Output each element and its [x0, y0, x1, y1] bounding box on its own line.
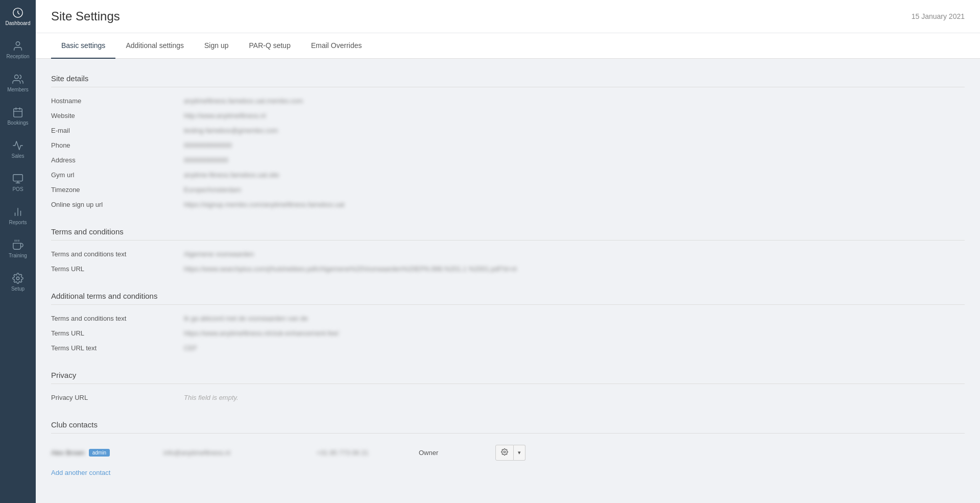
value-phone: 0000000000000	[184, 141, 232, 149]
sidebar-item-sales[interactable]: Sales	[0, 133, 36, 166]
svg-point-2	[15, 75, 18, 79]
value-terms-url: https://www.searchplus.com/j/hulshebbes.…	[184, 265, 517, 273]
field-address: Address 000000000000	[51, 153, 965, 167]
sales-icon	[12, 140, 23, 151]
sidebar-label-sales: Sales	[11, 153, 24, 159]
section-additional-terms: Additional terms and conditions Terms an…	[51, 292, 965, 355]
reception-icon	[12, 40, 23, 52]
label-hostname: Hostname	[51, 97, 184, 105]
value-website: http://www.anytimefitness.nl	[184, 112, 266, 119]
tabs-bar: Basic settings Additional settings Sign …	[36, 33, 980, 59]
label-website: Website	[51, 112, 184, 119]
sidebar-label-reports: Reports	[9, 220, 27, 225]
contact-email: info@anytimefitness.nl	[163, 449, 317, 457]
topbar: Site Settings 15 January 2021	[36, 0, 980, 33]
label-additional-terms-text: Terms and conditions text	[51, 315, 184, 322]
value-signup-url: https://signup.membo.com/anytimefitness.…	[184, 201, 344, 208]
tab-additional[interactable]: Additional settings	[115, 33, 194, 59]
value-terms-text: Algemene voorwaarden	[184, 250, 254, 258]
section-title-additional-terms: Additional terms and conditions	[51, 292, 965, 305]
reports-icon	[12, 206, 23, 218]
tab-signup[interactable]: Sign up	[194, 33, 238, 59]
value-additional-terms-url: https://www.anytimefitness.nl/club-enhan…	[184, 329, 339, 337]
contact-name-text: Alex Brown	[51, 449, 85, 457]
label-timezone: Timezone	[51, 186, 184, 194]
sidebar-item-reception[interactable]: Reception	[0, 33, 36, 66]
tab-basic[interactable]: Basic settings	[51, 33, 115, 59]
value-gym-url: anytime-fitness.famebox.uat.site	[184, 171, 279, 179]
setup-icon	[12, 273, 23, 284]
gear-icon	[501, 448, 508, 456]
sidebar-item-dashboard[interactable]: Dashboard	[0, 0, 36, 33]
label-gym-url: Gym url	[51, 171, 184, 179]
field-timezone: Timezone Europe/Amsterdam	[51, 182, 965, 197]
sidebar-label-pos: POS	[12, 186, 23, 192]
value-email: testing-famebox@gmembo.com	[184, 127, 278, 134]
sidebar: Dashboard Reception Members Bookings Sal…	[0, 0, 36, 503]
svg-rect-3	[14, 109, 22, 117]
label-additional-terms-url-text: Terms URL text	[51, 344, 184, 352]
field-additional-terms-url-text: Terms URL text CEF	[51, 341, 965, 355]
field-gym-url: Gym url anytime-fitness.famebox.uat.site	[51, 167, 965, 182]
label-terms-url: Terms URL	[51, 265, 184, 273]
dashboard-icon	[12, 7, 23, 18]
svg-point-16	[16, 277, 19, 280]
field-phone: Phone 0000000000000	[51, 138, 965, 153]
value-timezone: Europe/Amsterdam	[184, 186, 241, 194]
sidebar-label-setup: Setup	[11, 286, 25, 292]
sidebar-item-members[interactable]: Members	[0, 66, 36, 100]
sidebar-label-bookings: Bookings	[7, 120, 28, 126]
value-additional-terms-url-text: CEF	[184, 344, 197, 352]
section-terms: Terms and conditions Terms and condition…	[51, 227, 965, 276]
sidebar-item-reports[interactable]: Reports	[0, 199, 36, 232]
contact-row: Alex Brown admin info@anytimefitness.nl …	[51, 440, 965, 466]
contact-phone: +31 85 773 06 21	[317, 449, 419, 457]
sidebar-item-setup[interactable]: Setup	[0, 266, 36, 299]
section-site-details: Site details Hostname anytimefitness.fam…	[51, 74, 965, 212]
add-contact-link[interactable]: Add another contact	[51, 469, 110, 476]
label-address: Address	[51, 156, 184, 164]
sidebar-item-pos[interactable]: POS	[0, 166, 36, 199]
section-club-contacts: Club contacts Alex Brown admin info@anyt…	[51, 420, 965, 477]
field-terms-text: Terms and conditions text Algemene voorw…	[51, 247, 965, 261]
section-title-club-contacts: Club contacts	[51, 420, 965, 434]
field-additional-terms-url: Terms URL https://www.anytimefitness.nl/…	[51, 326, 965, 341]
svg-point-1	[16, 42, 19, 45]
field-additional-terms-text: Terms and conditions text Ik ga akkoord …	[51, 311, 965, 326]
contact-badge: admin	[89, 449, 110, 457]
value-address: 000000000000	[184, 156, 228, 164]
section-title-terms: Terms and conditions	[51, 227, 965, 241]
contact-name-cell: Alex Brown admin	[51, 449, 163, 457]
label-additional-terms-url: Terms URL	[51, 329, 184, 337]
sidebar-label-reception: Reception	[6, 54, 29, 59]
contact-gear-button[interactable]	[495, 445, 514, 461]
label-email: E-mail	[51, 127, 184, 134]
page-date: 15 January 2021	[912, 12, 965, 20]
tab-email[interactable]: Email Overrides	[301, 33, 372, 59]
label-signup-url: Online sign up url	[51, 201, 184, 208]
section-title-site-details: Site details	[51, 74, 965, 87]
sidebar-label-dashboard: Dashboard	[6, 20, 31, 26]
pos-icon	[12, 173, 23, 184]
sidebar-item-bookings[interactable]: Bookings	[0, 100, 36, 133]
sidebar-label-members: Members	[7, 87, 29, 92]
label-terms-text: Terms and conditions text	[51, 250, 184, 258]
field-hostname: Hostname anytimefitness.famebox.uat.memb…	[51, 93, 965, 108]
sidebar-item-training[interactable]: Training	[0, 232, 36, 266]
contact-actions: ▾	[495, 445, 525, 461]
field-terms-url: Terms URL https://www.searchplus.com/j/h…	[51, 261, 965, 276]
field-email: E-mail testing-famebox@gmembo.com	[51, 123, 965, 138]
bookings-icon	[12, 107, 23, 118]
value-additional-terms-text: Ik ga akkoord met de voorwaarden van de	[184, 315, 308, 322]
main-content: Site Settings 15 January 2021 Basic sett…	[36, 0, 980, 503]
contact-dropdown-button[interactable]: ▾	[514, 445, 525, 461]
value-privacy-url: This field is empty.	[184, 394, 238, 401]
field-privacy-url: Privacy URL This field is empty.	[51, 390, 965, 405]
tab-parq[interactable]: PAR-Q setup	[239, 33, 301, 59]
value-hostname: anytimefitness.famebox.uat.membo.com	[184, 97, 303, 105]
section-title-privacy: Privacy	[51, 371, 965, 384]
label-privacy-url: Privacy URL	[51, 394, 184, 401]
contact-role: Owner	[419, 449, 495, 457]
page-title: Site Settings	[51, 9, 120, 23]
field-website: Website http://www.anytimefitness.nl	[51, 108, 965, 123]
